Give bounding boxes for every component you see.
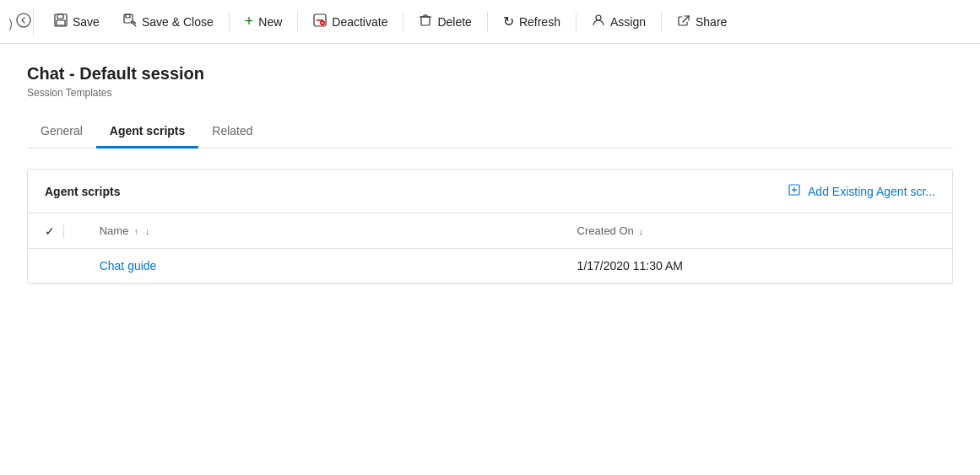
name-col-label: Name [100, 224, 129, 237]
check-all-icon[interactable]: ✓ [45, 224, 55, 238]
section-title: Agent scripts [45, 185, 120, 198]
name-sort-asc[interactable]: ↑ [132, 226, 140, 236]
tabs: General Agent scripts Related [27, 116, 953, 148]
refresh-button[interactable]: ↻ Refresh [493, 8, 571, 35]
separator-3 [403, 12, 403, 32]
separator-6 [661, 12, 662, 32]
tab-general[interactable]: General [27, 116, 96, 148]
share-label: Share [696, 15, 727, 29]
toolbar: ) Save Save & Close + New Deactivate [0, 0, 980, 44]
deactivate-button[interactable]: Deactivate [303, 8, 398, 35]
col-created-header: Created On ↓ [560, 213, 952, 249]
assign-button[interactable]: Assign [582, 8, 656, 35]
deactivate-icon [313, 13, 327, 30]
row-created-cell: 1/17/2020 11:30 AM [560, 249, 952, 283]
separator-4 [487, 12, 488, 32]
created-sort-desc[interactable]: ↓ [637, 226, 646, 236]
separator-line: | [62, 222, 66, 240]
new-label: New [258, 15, 282, 29]
col-check-header: ✓ | [28, 213, 83, 249]
add-existing-action[interactable]: Add Existing Agent scr... [788, 183, 935, 199]
assign-label: Assign [610, 15, 646, 29]
refresh-label: Refresh [519, 15, 560, 29]
new-icon: + [245, 13, 254, 30]
svg-point-0 [17, 13, 30, 27]
save-button[interactable]: Save [44, 8, 110, 35]
save-close-button[interactable]: Save & Close [113, 8, 224, 35]
tab-related[interactable]: Related [198, 116, 266, 148]
col-name-header: Name ↑ ↓ [83, 213, 560, 249]
table-body: Chat guide 1/17/2020 11:30 AM [28, 249, 952, 283]
chat-guide-link[interactable]: Chat guide [100, 259, 157, 273]
svg-rect-3 [57, 20, 65, 25]
page-content: Chat - Default session Session Templates… [0, 44, 980, 284]
agent-scripts-table: ✓ | Name ↑ ↓ Created On [28, 213, 952, 283]
table-header: ✓ | Name ↑ ↓ Created On [28, 213, 952, 249]
deactivate-label: Deactivate [332, 15, 387, 29]
name-sort-desc[interactable]: ↓ [143, 226, 152, 236]
table-row: Chat guide 1/17/2020 11:30 AM [28, 249, 952, 283]
share-button[interactable]: Share [667, 8, 737, 35]
delete-icon [419, 13, 432, 30]
page-title: Chat - Default session [27, 64, 953, 84]
svg-line-6 [131, 21, 136, 26]
save-icon [54, 13, 68, 30]
row-name-cell: Chat guide [83, 249, 560, 283]
save-close-icon [123, 13, 137, 30]
row-check-cell [28, 249, 83, 283]
refresh-icon: ↻ [503, 13, 514, 30]
back-button[interactable]: ) [7, 8, 34, 35]
back-icon: ) [8, 13, 31, 30]
new-button[interactable]: + New [235, 8, 293, 35]
save-label: Save [73, 15, 100, 29]
share-icon [677, 13, 690, 30]
save-close-label: Save & Close [142, 15, 214, 29]
add-existing-label: Add Existing Agent scr... [808, 185, 935, 198]
svg-line-7 [133, 21, 136, 24]
page-subtitle: Session Templates [27, 87, 953, 99]
svg-rect-5 [126, 14, 130, 18]
svg-point-18 [596, 15, 601, 20]
section-header: Agent scripts Add Existing Agent scr... [28, 170, 952, 213]
add-existing-icon [788, 183, 801, 199]
svg-line-19 [683, 16, 689, 22]
tab-agent-scripts[interactable]: Agent scripts [96, 116, 198, 148]
svg-rect-13 [421, 17, 430, 25]
created-col-label: Created On [577, 224, 634, 237]
svg-rect-2 [57, 14, 63, 19]
separator-1 [229, 12, 230, 32]
delete-label: Delete [437, 15, 471, 29]
agent-scripts-section: Agent scripts Add Existing Agent scr... … [27, 169, 953, 284]
assign-icon [592, 13, 605, 30]
separator-5 [576, 12, 577, 32]
separator-2 [297, 12, 298, 32]
delete-button[interactable]: Delete [409, 8, 481, 35]
